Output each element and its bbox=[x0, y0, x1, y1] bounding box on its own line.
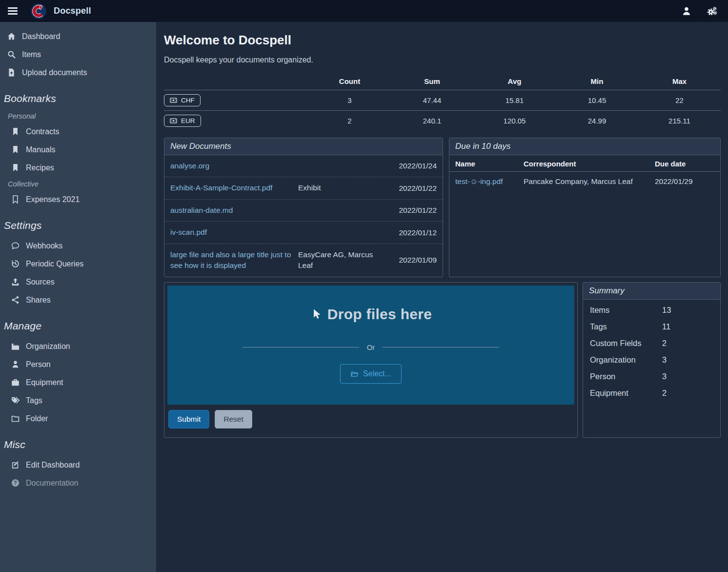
document-date: 2022/01/22 bbox=[384, 206, 437, 215]
sidebar-item-equipment[interactable]: Equipment bbox=[0, 374, 156, 391]
document-date: 2022/01/24 bbox=[384, 162, 437, 170]
stats-value-cell: 15.81 bbox=[473, 96, 556, 104]
sidebar-item-webhooks[interactable]: Webhooks bbox=[0, 237, 156, 254]
money-icon bbox=[170, 97, 177, 104]
svg-text:?: ? bbox=[14, 480, 17, 486]
sidebar-item-label: Dashboard bbox=[22, 32, 60, 41]
stats-header-cell: Min bbox=[556, 77, 638, 85]
stats-value-cell: 24.99 bbox=[556, 117, 638, 125]
sidebar-item-edit-dashboard[interactable]: Edit Dashboard bbox=[0, 456, 156, 473]
summary-value: 2 bbox=[662, 339, 667, 348]
sidebar-item-label: Upload documents bbox=[22, 68, 87, 77]
currency-badge-chf[interactable]: CHF bbox=[164, 94, 201, 106]
sidebar-item-sources[interactable]: Sources bbox=[0, 273, 156, 290]
sidebar-item-shares[interactable]: Shares bbox=[0, 291, 156, 308]
question-icon: ? bbox=[11, 478, 20, 488]
sidebar-item-contracts[interactable]: Contracts bbox=[0, 123, 156, 140]
new-document-row: australian-date.md2022/01/22 bbox=[164, 199, 443, 221]
upload-actions: Submit Reset bbox=[167, 405, 574, 434]
sidebar-item-manuals[interactable]: Manuals bbox=[0, 141, 156, 158]
document-link[interactable]: test-☺-ing.pdf bbox=[455, 177, 524, 186]
bookmark-outline-icon bbox=[11, 195, 20, 204]
sidebar-item-items[interactable]: Items bbox=[0, 46, 156, 63]
stats-header-cell: Max bbox=[638, 77, 721, 85]
sidebar-subsection-collective: Collective bbox=[0, 177, 156, 190]
sidebar-item-expenses-2021[interactable]: Expenses 2021 bbox=[0, 191, 156, 208]
folder-open-icon bbox=[350, 370, 359, 378]
document-correspondent: EasyCare AG, Marcus Leaf bbox=[298, 249, 380, 271]
docspell-logo-icon[interactable] bbox=[30, 3, 47, 20]
summary-label: Person bbox=[590, 372, 662, 381]
bookmark-solid-icon bbox=[11, 163, 20, 172]
due-header-cell: Due date bbox=[655, 160, 714, 168]
summary-row-organization: Organization3 bbox=[590, 355, 713, 365]
sidebar-item-label: Person bbox=[26, 360, 51, 369]
folder-icon bbox=[11, 414, 20, 423]
or-divider: Or bbox=[243, 343, 499, 351]
document-link[interactable]: australian-date.md bbox=[170, 205, 294, 216]
sidebar-item-periodic-queries[interactable]: Periodic Queries bbox=[0, 255, 156, 272]
stats-header-row: CountSumAvgMinMax bbox=[164, 77, 721, 90]
summary-row-equipment: Equipment2 bbox=[590, 388, 713, 398]
reset-button[interactable]: Reset bbox=[215, 410, 252, 429]
summary-row-items: Items13 bbox=[590, 306, 713, 315]
due-header-cell: Name bbox=[455, 160, 524, 168]
menu-toggle-button[interactable] bbox=[8, 7, 18, 15]
due-table: NameCorrespondentDue datetest-☺-ing.pdfP… bbox=[449, 155, 720, 191]
sidebar-item-label: Periodic Queries bbox=[26, 260, 83, 268]
select-files-button[interactable]: Select... bbox=[340, 364, 402, 384]
settings-gears-icon[interactable] bbox=[707, 6, 717, 17]
summary-value: 11 bbox=[662, 322, 670, 331]
summary-row-tags: Tags11 bbox=[590, 322, 713, 331]
user-account-icon[interactable] bbox=[681, 6, 692, 17]
sidebar-item-label: Organization bbox=[26, 342, 70, 351]
page-title: Welcome to Docspell bbox=[164, 33, 721, 48]
document-date: 2022/01/22 bbox=[384, 184, 437, 193]
sidebar-item-upload-documents[interactable]: Upload documents bbox=[0, 64, 156, 81]
new-documents-title: New Documents bbox=[164, 138, 443, 155]
stats-value-cell: 215.11 bbox=[638, 117, 721, 125]
sidebar-item-dashboard[interactable]: Dashboard bbox=[0, 28, 156, 45]
upload-panel: Drop files here Or bbox=[164, 282, 578, 438]
summary-list: Items13Tags11Custom Fields2Organization3… bbox=[583, 300, 720, 411]
sidebar-item-label: Webhooks bbox=[26, 242, 62, 250]
due-header-cell: Correspondent bbox=[524, 160, 655, 168]
stats-value-cell: 22 bbox=[638, 96, 721, 104]
stats-header-cell: Sum bbox=[391, 77, 473, 85]
sidebar-item-recipes[interactable]: Recipes bbox=[0, 159, 156, 176]
new-document-row: iv-scan.pdf2022/01/12 bbox=[164, 221, 443, 243]
sidebar-item-label: Expenses 2021 bbox=[26, 195, 80, 204]
sidebar-item-label: Folder bbox=[26, 414, 48, 423]
submit-button[interactable]: Submit bbox=[168, 410, 209, 429]
currency-label: EUR bbox=[181, 117, 195, 124]
sidebar-item-person[interactable]: Person bbox=[0, 356, 156, 373]
summary-label: Equipment bbox=[590, 388, 662, 398]
sidebar-item-organization[interactable]: Organization bbox=[0, 338, 156, 355]
sidebar-item-label: Shares bbox=[26, 296, 51, 305]
home-icon bbox=[7, 32, 16, 41]
stats-row-eur: EUR2240.1120.0524.99215.11 bbox=[164, 110, 721, 131]
document-link[interactable]: analyse.org bbox=[170, 161, 294, 171]
summary-label: Tags bbox=[590, 322, 662, 331]
sidebar-item-documentation[interactable]: ?Documentation bbox=[0, 474, 156, 491]
sidebar-item-label: Items bbox=[22, 50, 41, 59]
sidebar-item-tags[interactable]: Tags bbox=[0, 392, 156, 409]
summary-label: Organization bbox=[590, 355, 662, 365]
document-date: 2022/01/12 bbox=[384, 228, 437, 237]
top-navbar: Docspell bbox=[0, 0, 728, 22]
document-link[interactable]: Exhibit-A-Sample-Contract.pdf bbox=[170, 183, 294, 193]
cursor-pointer-icon bbox=[310, 307, 323, 322]
sidebar-item-label: Sources bbox=[26, 278, 55, 286]
edit-icon bbox=[11, 460, 20, 470]
sidebar-item-label: Documentation bbox=[26, 479, 79, 488]
industry-icon bbox=[11, 342, 20, 351]
stats-row-chf: CHF347.4415.8110.4522 bbox=[164, 90, 721, 110]
sidebar-item-folder[interactable]: Folder bbox=[0, 410, 156, 427]
document-link[interactable]: large file and also a large title just t… bbox=[170, 249, 294, 271]
document-link[interactable]: iv-scan.pdf bbox=[170, 227, 294, 238]
currency-badge-eur[interactable]: EUR bbox=[164, 115, 201, 127]
stats-table: CountSumAvgMinMaxCHF347.4415.8110.4522EU… bbox=[164, 77, 721, 131]
dropzone[interactable]: Drop files here Or bbox=[167, 286, 574, 405]
stats-value-cell: 3 bbox=[308, 96, 391, 104]
stats-header-cell: Avg bbox=[473, 77, 556, 85]
